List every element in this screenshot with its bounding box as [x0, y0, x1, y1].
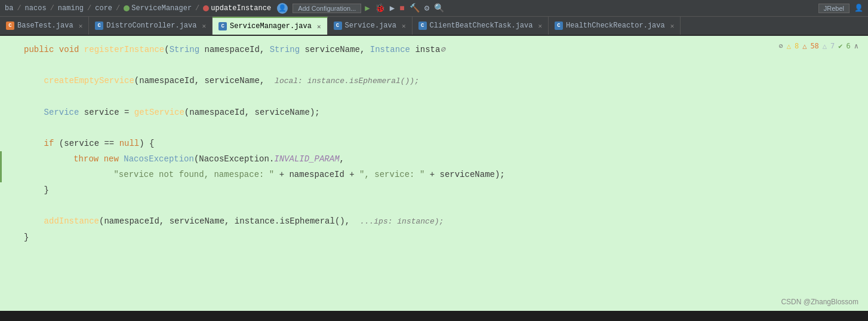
stop-icon[interactable]: ■ — [399, 4, 404, 13]
code-line-7: if (service == null) { — [0, 136, 868, 151]
breadcrumb-ba: ba — [5, 4, 13, 13]
code-content-1: public void registerInstance(String name… — [24, 42, 858, 57]
tab-close-service-manager[interactable]: ✕ — [317, 23, 321, 30]
coverage-icon[interactable]: ▶ — [390, 3, 395, 13]
code-line-2 — [0, 57, 868, 73]
breadcrumb-naming: naming — [58, 4, 84, 13]
tab-icon-distro-controller: C — [95, 22, 103, 30]
tab-icon-service-manager: C — [218, 22, 227, 30]
tab-close-distro-controller[interactable]: ✕ — [202, 22, 206, 30]
run-icon[interactable]: ▶ — [365, 3, 370, 13]
update-instance-icon — [203, 5, 209, 11]
tab-close-base-test[interactable]: ✕ — [79, 22, 83, 30]
user-avatar: 👤 — [854, 4, 863, 13]
tab-label-distro-controller: DistroController.java — [106, 22, 196, 30]
code-content-3: createEmptyService(namespaceId, serviceN… — [24, 73, 858, 89]
person-icon: 👤 — [277, 3, 288, 14]
tab-close-service[interactable]: ✕ — [402, 22, 406, 30]
tab-close-health-check[interactable]: ✕ — [670, 22, 675, 30]
tab-icon-service: C — [334, 22, 342, 30]
sep1: / — [17, 4, 21, 13]
code-line-12: addInstance(namespaceId, serviceName, in… — [0, 213, 868, 230]
tab-health-check[interactable]: C HealthCheckReactor.java ✕ — [549, 17, 681, 35]
sep3: / — [87, 4, 91, 13]
code-content-12: addInstance(namespaceId, serviceName, in… — [24, 213, 858, 230]
tab-label-health-check: HealthCheckReactor.java — [566, 22, 665, 30]
add-configuration-button[interactable]: Add Configuration... — [293, 4, 361, 13]
tab-label-service: Service.java — [345, 22, 396, 30]
code-line-11 — [0, 198, 868, 213]
code-line-10: } — [0, 182, 868, 198]
tab-label-base-test: BaseTest.java — [17, 22, 73, 30]
sep4: / — [116, 4, 120, 13]
code-line-8: throw new NacosException(NacosException.… — [0, 151, 868, 167]
tab-client-beat[interactable]: C ClientBeatCheckTask.java ✕ — [413, 17, 549, 35]
code-content-7: if (service == null) { — [24, 136, 858, 151]
watermark: CSDN @ZhangBlossom — [781, 298, 858, 306]
breadcrumb-servicemanager: ServiceManager — [131, 4, 192, 13]
tab-icon-client-beat: C — [418, 22, 427, 30]
tab-close-client-beat[interactable]: ✕ — [538, 22, 542, 30]
settings-icon[interactable]: ⚙ — [424, 3, 429, 13]
tab-base-test[interactable]: C BaseTest.java ✕ — [0, 17, 89, 35]
code-line-1: public void registerInstance(String name… — [0, 42, 868, 57]
breadcrumb-nacos: nacos — [25, 4, 47, 13]
code-content-4 — [24, 89, 858, 105]
toolbar: ba / nacos / naming / core / ServiceMana… — [0, 0, 868, 17]
code-content-13: } — [24, 230, 858, 245]
tab-service[interactable]: C Service.java ✕ — [328, 17, 413, 35]
tab-label-client-beat: ClientBeatCheckTask.java — [430, 22, 533, 30]
debug-icon[interactable]: 🐞 — [375, 3, 385, 13]
code-editor[interactable]: ⊘ △ 8 △ 58 △ 7 ✔ 6 ∧ public void registe… — [0, 36, 868, 311]
code-line-4 — [0, 89, 868, 105]
breadcrumb-core: core — [95, 4, 112, 13]
code-content-6 — [24, 120, 858, 136]
breadcrumb-updateinstance: updateInstance — [211, 4, 271, 13]
code-content-2 — [24, 57, 858, 73]
jrebel-button[interactable]: JRebel — [818, 4, 849, 13]
code-line-5: Service service = getService(namespaceId… — [0, 105, 868, 120]
code-line-6 — [0, 120, 868, 136]
code-content-10: } — [24, 182, 858, 198]
tab-label-service-manager: ServiceManager.java — [230, 22, 312, 30]
service-manager-icon — [124, 5, 130, 11]
tab-bar: C BaseTest.java ✕ C DistroController.jav… — [0, 17, 868, 36]
tab-icon-health-check: C — [555, 22, 563, 30]
sep5: / — [195, 4, 199, 13]
tab-icon-base-test: C — [6, 22, 14, 30]
code-line-3: createEmptyService(namespaceId, serviceN… — [0, 73, 868, 89]
code-line-9: "service not found, namespace: " + names… — [0, 167, 868, 182]
code-content-11 — [24, 198, 858, 213]
code-content-5: Service service = getService(namespaceId… — [24, 105, 858, 120]
tab-distro-controller[interactable]: C DistroController.java ✕ — [89, 17, 213, 35]
search-icon[interactable]: 🔍 — [434, 3, 444, 13]
build-icon[interactable]: 🔨 — [410, 3, 420, 13]
tab-service-manager[interactable]: C ServiceManager.java ✕ — [213, 17, 327, 35]
code-content-8: throw new NacosException(NacosException.… — [33, 151, 858, 167]
code-line-13: } — [0, 230, 868, 245]
code-content-9: "service not found, namespace: " + names… — [33, 167, 858, 182]
sep2: / — [50, 4, 54, 13]
